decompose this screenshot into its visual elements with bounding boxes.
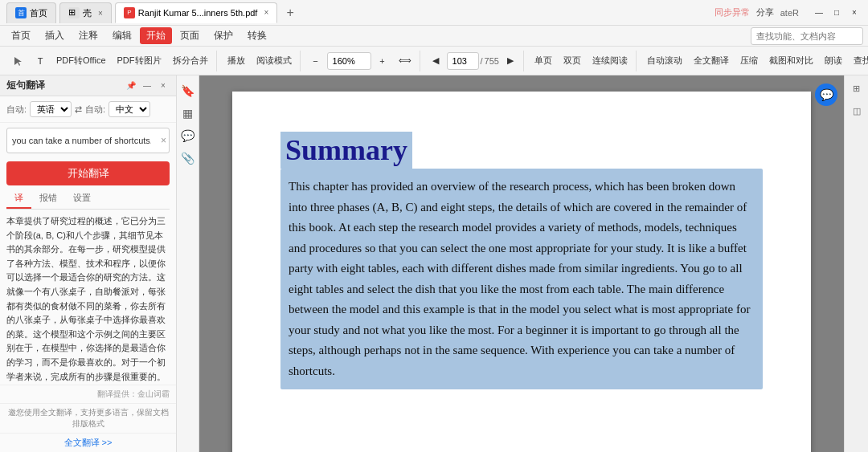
shell-icon: ⊞ (68, 7, 80, 18)
icon-bar: 🔖 ▦ 💬 📎 (177, 75, 199, 452)
tab-pdf[interactable]: P Ranjit Kumar 5...inners 5th.pdf × (115, 2, 277, 23)
pdf-icon: P (124, 7, 135, 18)
input-clear-button[interactable]: × (161, 135, 166, 146)
comment-icon-button[interactable]: 💬 (179, 127, 197, 145)
main-layout: 短句翻译 📌 — × 自动: 英语 ⇄ 自动: 中文 × 开始翻译 译 (0, 75, 868, 452)
zoom-input[interactable] (327, 52, 371, 70)
text-tool-button[interactable]: T (31, 51, 50, 71)
full-translate-button[interactable]: 全文翻译 (689, 51, 734, 71)
summary-title-wrapper: Summary (280, 132, 412, 169)
full-translate-hint: 邀您使用全文翻译，支持更多语言，保留文档排版格式 (0, 403, 176, 433)
single-page-button[interactable]: 单页 (530, 51, 557, 71)
menu-start[interactable]: 开始 (140, 27, 172, 44)
tab-shell-label: 壳 (83, 7, 92, 19)
tab-shell-close[interactable]: × (98, 9, 103, 18)
translation-result: 本章提供了研究过程的概述，它已分为三个阶段(a, B, C)和八个步骤，其细节见… (0, 210, 176, 385)
translate-input-area: × (6, 128, 170, 153)
zoom-in-button[interactable]: + (373, 51, 392, 71)
language-row: 自动: 英语 ⇄ 自动: 中文 (0, 96, 176, 123)
zoom-out-button[interactable]: − (306, 51, 326, 71)
auto-scroll-button[interactable]: 自动滚动 (642, 51, 687, 71)
result-text: 本章提供了研究过程的概述，它已分为三个阶段(a, B, C)和八个步骤，其细节见… (6, 214, 170, 385)
auto-label: 自动: (6, 104, 27, 116)
pdf-to-image-button[interactable]: PDF转图片 (113, 51, 166, 71)
tab-pdf-label: Ranjit Kumar 5...inners 5th.pdf (138, 8, 258, 18)
pdf-content-area[interactable]: Summary This chapter has provided an ove… (199, 75, 844, 452)
translate-input[interactable] (6, 128, 170, 153)
continuous-button[interactable]: 连续阅读 (588, 51, 633, 71)
summary-content: This chapter has provided an overview of… (280, 169, 763, 389)
source-lang-select[interactable]: 英语 (30, 101, 72, 117)
close-button[interactable]: × (847, 6, 862, 20)
read-mode-button[interactable]: 阅读模式 (252, 51, 297, 71)
double-page-button[interactable]: 双页 (559, 51, 586, 71)
right-btn-2[interactable]: ◫ (847, 101, 866, 120)
title-bar: 首 首页 ⊞ 壳 × P Ranjit Kumar 5...inners 5th… (0, 0, 868, 26)
share-button[interactable]: 分享 (756, 6, 774, 18)
minimize-button[interactable]: — (812, 6, 826, 20)
full-translate-link[interactable]: 全文翻译 >> (0, 433, 176, 452)
tab-error[interactable]: 报错 (31, 189, 65, 209)
result-footer: 翻译提供：金山词霸 (0, 385, 176, 403)
new-tab-button[interactable]: + (280, 3, 300, 22)
chat-bubble-button[interactable]: 💬 (815, 83, 837, 106)
tab-settings[interactable]: 设置 (65, 189, 99, 209)
menu-page[interactable]: 页面 (174, 27, 206, 44)
read-aloud-button[interactable]: 朗读 (820, 51, 847, 71)
crop-compare-button[interactable]: 截图和对比 (764, 51, 818, 71)
toolbar: T PDF转Office PDF转图片 拆分合并 播放 阅读模式 − + ⟺ ◀… (0, 47, 868, 75)
tool-group-zoom: − + ⟺ (303, 51, 420, 71)
menu-protect[interactable]: 保护 (207, 27, 240, 44)
split-merge-button[interactable]: 拆分合并 (168, 51, 213, 71)
sidebar-pin-button[interactable]: 📌 (125, 79, 137, 92)
fit-button[interactable]: ⟺ (394, 51, 416, 71)
next-page-button[interactable]: ▶ (501, 51, 520, 71)
tab-pdf-close[interactable]: × (264, 8, 268, 17)
title-right-area: 同步异常 分享 ateR — □ × (714, 6, 862, 20)
right-btn-1[interactable]: ⊞ (847, 79, 866, 98)
menu-annotate[interactable]: 注释 (72, 27, 104, 44)
play-button[interactable]: 播放 (223, 51, 250, 71)
maximize-button[interactable]: □ (829, 6, 844, 20)
translate-button[interactable]: 开始翻译 (6, 161, 170, 185)
summary-paragraph: This chapter has provided an overview of… (289, 177, 755, 381)
tool-group-view: 播放 阅读模式 (219, 51, 301, 71)
pdf-to-office-button[interactable]: PDF转Office (51, 51, 111, 71)
tab-home-label: 首页 (30, 7, 47, 19)
tool-group-layout: 单页 双页 连续阅读 (526, 51, 637, 71)
sidebar-tabs: 译 报错 设置 (6, 189, 170, 210)
tool-group-page: ◀ / 755 ▶ (423, 51, 524, 71)
summary-title: Summary (285, 134, 407, 166)
attachment-icon-button[interactable]: 📎 (179, 149, 197, 167)
sync-status[interactable]: 同步异常 (714, 6, 750, 18)
sidebar-minimize-button[interactable]: — (141, 79, 154, 92)
sidebar-controls: 📌 — × (125, 79, 170, 92)
rate-button[interactable]: ateR (780, 8, 799, 18)
tool-group-basic: T PDF转Office PDF转图片 拆分合并 (5, 51, 217, 71)
menu-edit[interactable]: 编辑 (106, 27, 138, 44)
target-lang-select[interactable]: 中文 (108, 101, 150, 117)
tab-shell[interactable]: ⊞ 壳 × (59, 2, 112, 23)
sidebar-close-button[interactable]: × (157, 79, 170, 92)
translation-credit: 翻译提供：金山词霸 (97, 389, 170, 398)
menu-convert[interactable]: 转换 (241, 27, 273, 44)
bookmark-icon-button[interactable]: 🔖 (179, 82, 197, 100)
translation-sidebar: 短句翻译 📌 — × 自动: 英语 ⇄ 自动: 中文 × 开始翻译 译 (0, 75, 177, 452)
search-input[interactable] (751, 27, 863, 45)
sidebar-title: 短句翻译 (6, 79, 45, 92)
prev-page-button[interactable]: ◀ (426, 51, 445, 71)
tab-home[interactable]: 首 首页 (6, 2, 56, 23)
page-total: 755 (485, 56, 499, 66)
pdf-page: Summary This chapter has provided an ove… (232, 92, 811, 452)
tool-group-extras: 自动滚动 全文翻译 压缩 截图和对比 朗读 查找替换 (639, 51, 868, 71)
check-switch-button[interactable]: 查找替换 (849, 51, 868, 71)
page-input[interactable] (447, 52, 479, 70)
page-separator: / (481, 56, 483, 66)
thumbnail-icon-button[interactable]: ▦ (179, 104, 197, 122)
compress-button[interactable]: 压缩 (735, 51, 763, 71)
tab-translation[interactable]: 译 (6, 189, 31, 209)
menu-insert[interactable]: 插入 (39, 27, 71, 44)
menu-home[interactable]: 首页 (5, 27, 37, 44)
select-tool-button[interactable] (8, 51, 29, 71)
home-icon: 首 (15, 7, 27, 18)
